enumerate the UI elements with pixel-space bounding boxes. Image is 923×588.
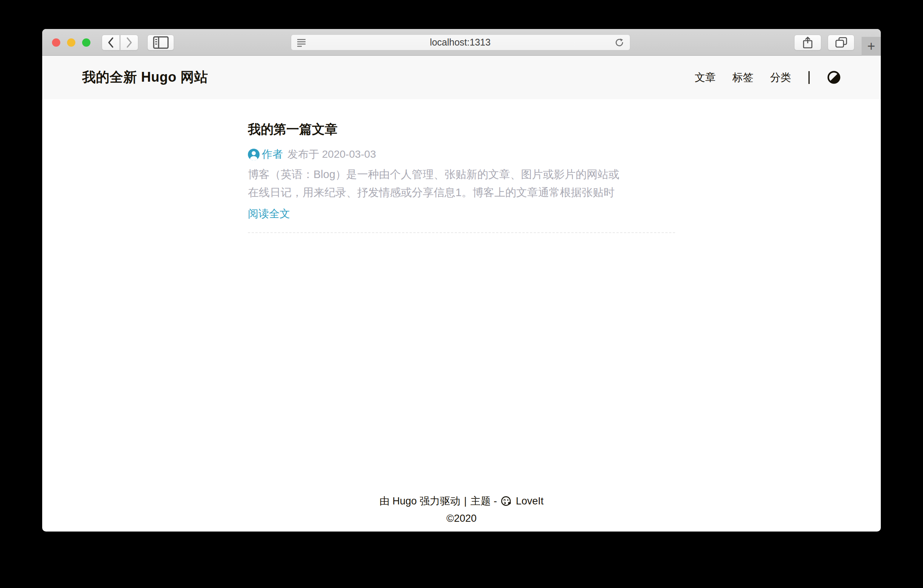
read-more-link[interactable]: 阅读全文 bbox=[248, 207, 290, 221]
browser-window: localhost:1313 bbox=[42, 29, 881, 532]
footer-separator: | bbox=[464, 492, 467, 510]
sidebar-icon bbox=[153, 36, 169, 49]
article-summary: 博客（英语：Blog）是一种由个人管理、张贴新的文章、图片或影片的网站或 在线日… bbox=[248, 165, 675, 201]
reader-view-icon[interactable] bbox=[297, 38, 306, 47]
article-meta: 作者 发布于 2020-03-03 bbox=[248, 147, 675, 162]
browser-toolbar: localhost:1313 bbox=[42, 29, 881, 56]
forward-button[interactable] bbox=[120, 34, 138, 51]
theme-name-link[interactable]: LoveIt bbox=[516, 492, 544, 510]
summary-line: 博客（英语：Blog）是一种由个人管理、张贴新的文章、图片或影片的网站或 bbox=[248, 165, 675, 183]
plus-icon: + bbox=[867, 38, 875, 54]
reload-icon[interactable] bbox=[614, 37, 625, 48]
zoom-button[interactable] bbox=[82, 38, 90, 47]
minimize-button[interactable] bbox=[67, 38, 76, 47]
site-header: 我的全新 Hugo 网站 文章 标签 分类 bbox=[42, 56, 881, 99]
chevron-left-icon bbox=[107, 37, 115, 48]
footer-powered-line: 由 Hugo 强力驱动 | 主题 - LoveIt bbox=[42, 492, 881, 510]
article-title[interactable]: 我的第一篇文章 bbox=[248, 121, 675, 138]
article-summary-card: 我的第一篇文章 作者 发布于 2020-03-03 bbox=[248, 99, 675, 233]
share-button[interactable] bbox=[794, 34, 821, 51]
author-link[interactable]: 作者 bbox=[262, 147, 283, 162]
nav-separator bbox=[808, 71, 810, 84]
theme-prefix-text: 主题 - bbox=[471, 492, 497, 510]
nav-item-posts[interactable]: 文章 bbox=[695, 70, 716, 85]
theme-toggle-icon[interactable] bbox=[827, 70, 841, 84]
back-button[interactable] bbox=[102, 34, 120, 51]
address-bar[interactable]: localhost:1313 bbox=[291, 34, 630, 51]
page-content: 我的第一篇文章 作者 发布于 2020-03-03 bbox=[42, 99, 881, 492]
loveit-kiss-face-icon bbox=[501, 495, 512, 507]
nav-item-categories[interactable]: 分类 bbox=[770, 70, 791, 85]
close-button[interactable] bbox=[52, 38, 60, 47]
nav-item-tags[interactable]: 标签 bbox=[732, 70, 754, 85]
show-tabs-button[interactable] bbox=[828, 34, 854, 51]
post-divider bbox=[248, 232, 675, 233]
site-footer: 由 Hugo 强力驱动 | 主题 - LoveIt ©2020 bbox=[42, 492, 881, 532]
site-title[interactable]: 我的全新 Hugo 网站 bbox=[82, 68, 208, 87]
tabs-overview-icon bbox=[835, 37, 847, 48]
new-tab-button[interactable]: + bbox=[862, 37, 881, 56]
site-nav: 文章 标签 分类 bbox=[695, 70, 841, 85]
copyright-text: ©2020 bbox=[447, 510, 476, 527]
author-avatar-icon bbox=[248, 149, 259, 161]
chevron-right-icon bbox=[125, 37, 133, 48]
publish-date: 发布于 2020-03-03 bbox=[287, 147, 376, 162]
share-icon bbox=[803, 36, 813, 49]
sidebar-toggle-button[interactable] bbox=[147, 34, 174, 51]
summary-line: 在线日记，用来纪录、抒发情感或分享信息1。博客上的文章通常根据张贴时 bbox=[248, 183, 675, 201]
footer-copyright-line: ©2020 bbox=[42, 510, 881, 527]
powered-by-text[interactable]: 由 Hugo 强力驱动 bbox=[379, 492, 460, 510]
url-text: localhost:1313 bbox=[306, 37, 614, 48]
